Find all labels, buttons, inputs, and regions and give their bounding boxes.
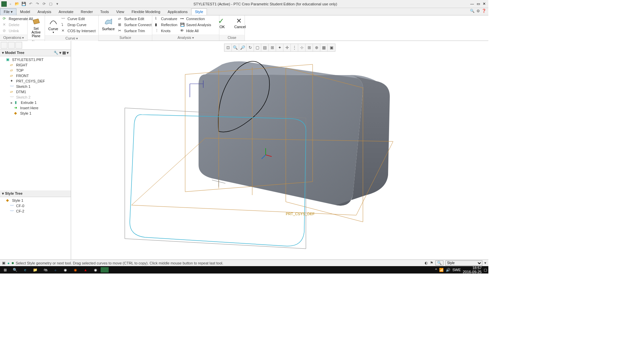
tab-view[interactable]: View	[113, 8, 128, 15]
model-tree-header[interactable]: ▾ Model Tree 🔧 ▾ ▤ ▾	[0, 50, 71, 56]
qat-save[interactable]: 💾	[21, 1, 27, 7]
start-button[interactable]: ⊞	[0, 266, 10, 274]
set-active-plane-button[interactable]: Set Active Plane	[30, 16, 43, 39]
firefox-icon[interactable]: ◉	[70, 266, 80, 274]
chrome-icon[interactable]: ◉	[60, 266, 70, 274]
qat-undo[interactable]: ↶	[28, 1, 34, 7]
tab-annotate[interactable]: Annotate	[55, 8, 77, 15]
tray-wifi-icon[interactable]: 📶	[439, 268, 444, 272]
qat-windows[interactable]: ▢	[48, 1, 54, 7]
surface-trim-button[interactable]: ✂Surface Trim	[117, 28, 152, 34]
qat-open[interactable]: 📂	[14, 1, 20, 7]
plane-icon	[32, 17, 41, 26]
steam-icon[interactable]: ◉	[91, 266, 101, 274]
surface-group-label: Surface	[99, 35, 152, 41]
tray-notifications-icon[interactable]: ▢	[484, 268, 487, 272]
status-find-icon[interactable]: 🔍	[435, 260, 443, 265]
tree-item-dtm1[interactable]: ▱DTM1	[0, 89, 71, 95]
maximize-button[interactable]: ▭	[477, 2, 480, 6]
tree-item-front[interactable]: ▱FRONT	[0, 73, 71, 78]
cancel-icon: ✕	[236, 17, 244, 25]
connection-button[interactable]: ⊶Connection	[179, 16, 212, 21]
qat-redo[interactable]: ↷	[34, 1, 40, 7]
status-flag-2[interactable]: ⚑	[430, 261, 433, 265]
tree-tools-icon[interactable]: 🔧 ▾ ▤ ▾	[54, 51, 69, 55]
style-tree-cf0[interactable]: 〰CF-0	[0, 203, 71, 208]
cancel-button[interactable]: ✕Cancel	[231, 16, 248, 29]
style-tree-cf2[interactable]: 〰CF-2	[0, 208, 71, 214]
tab-style[interactable]: Style	[191, 8, 207, 15]
tree-item-extrude1[interactable]: ▸▮Extrude 1	[0, 100, 71, 105]
cos-by-intersect-button[interactable]: ⨯COS by Intersect	[61, 28, 96, 34]
explorer-icon[interactable]: 📁	[30, 266, 40, 274]
3d-render	[71, 41, 488, 255]
curve-icon	[49, 17, 58, 26]
reflection-button[interactable]: ▮Reflection	[154, 22, 178, 27]
style-tree-header[interactable]: ▾ Style Tree	[0, 190, 71, 197]
tree-item-top[interactable]: ▱TOP	[0, 68, 71, 73]
status-icon-1[interactable]: ▣	[2, 261, 5, 265]
style-tree-root[interactable]: ◆Style 1	[0, 198, 71, 203]
ribbon: ⟳Regenerate All ✕Delete ⊘Unlink Operatio…	[0, 15, 488, 41]
minimize-button[interactable]: —	[470, 2, 474, 6]
surface-button[interactable]: Surface	[101, 16, 116, 32]
tab-analysis[interactable]: Analysis	[34, 8, 55, 15]
surface-connect-button[interactable]: ⊞Surface Connect	[117, 22, 152, 27]
tab-file[interactable]: File ▾	[0, 8, 16, 15]
operations-group-label: Operations ▾	[0, 35, 27, 41]
close-button[interactable]: ✕	[483, 2, 486, 6]
status-bar: ▣ ● Select Style geometry or next tool. …	[0, 259, 488, 266]
store-icon[interactable]: 🛍	[40, 266, 50, 274]
tab-flexible[interactable]: Flexible Modeling	[128, 8, 164, 15]
tray-volume-icon[interactable]: 🔊	[446, 268, 450, 272]
viewport[interactable]: ⊡ 🔍 🔎 ↻ ▢ ▤ ⊞ ✦ ✢ ⋮ ⊹ ⊞ ⊕ ▦ ▣	[71, 41, 488, 264]
qat-new[interactable]: ▫	[7, 1, 13, 7]
help-icon[interactable]: ❓	[482, 9, 486, 13]
app-icon	[1, 1, 7, 7]
status-icon-2[interactable]: ●	[7, 261, 10, 265]
tray-clock[interactable]: 18:572016-09-25	[463, 266, 482, 274]
tab-tools[interactable]: Tools	[97, 8, 113, 15]
surface-icon	[104, 17, 113, 26]
ok-button[interactable]: ✓OK	[215, 16, 229, 29]
panel-tab-1[interactable]	[1, 42, 7, 49]
curve-edit-button[interactable]: 〰Curve Edit	[61, 16, 96, 21]
tray-lang[interactable]: SWE	[452, 268, 461, 272]
edge-icon[interactable]: e	[20, 266, 30, 274]
adobe-icon[interactable]: ▲	[80, 266, 91, 274]
saved-analysis-button[interactable]: 💾Saved Analysis	[179, 22, 212, 27]
tab-model[interactable]: Model	[16, 8, 34, 15]
left-panel: ▾ Model Tree 🔧 ▾ ▤ ▾ ▣STYLETEST1.PRT ▱RI…	[0, 41, 71, 264]
status-bullet-icon	[12, 262, 14, 264]
status-dropdown-icon[interactable]: ▾	[484, 261, 486, 265]
hide-all-button[interactable]: 👁Hide All	[179, 28, 212, 34]
analysis-group-label: Analysis ▾	[152, 35, 219, 41]
tree-item-style1[interactable]: ◆Style 1	[0, 111, 71, 116]
tree-item-sketch2[interactable]: 〰Sketch 2	[0, 95, 71, 100]
tab-applications[interactable]: Applications	[164, 8, 191, 15]
dropbox-icon[interactable]: ⬦	[50, 266, 60, 274]
panel-tab-3[interactable]	[15, 42, 22, 49]
tree-item-insert-here[interactable]: ➜Insert Here	[0, 105, 71, 111]
surface-edit-button[interactable]: ▱Surface Edit	[117, 16, 152, 21]
tree-root[interactable]: ▣STYLETEST1.PRT	[0, 57, 71, 62]
qat-regen[interactable]: ⟳	[41, 1, 47, 7]
tree-item-csys[interactable]: ✦PRT_CSYS_DEF	[0, 78, 71, 84]
tray-chevron-icon[interactable]: ^	[435, 268, 437, 272]
knots-button[interactable]: ⋮Knots	[154, 28, 178, 34]
search-taskbar-button[interactable]: 🔍	[10, 266, 20, 274]
check-icon: ✓	[218, 17, 226, 25]
status-flag-1[interactable]: ◐	[425, 261, 428, 265]
tab-render[interactable]: Render	[77, 8, 97, 15]
tree-item-sketch1[interactable]: 〰Sketch 1	[0, 84, 71, 89]
tree-item-right[interactable]: ▱RIGHT	[0, 62, 71, 68]
drop-curve-button[interactable]: ⤵Drop Curve	[61, 22, 96, 27]
curve-button[interactable]: Curve▾	[47, 16, 59, 35]
creo-taskbar-icon[interactable]	[101, 267, 109, 273]
panel-tab-2[interactable]	[8, 42, 15, 49]
status-mode-select[interactable]: Style	[445, 260, 482, 266]
settings-icon[interactable]: ⊙	[477, 9, 480, 13]
qat-close[interactable]: ▾	[54, 1, 60, 7]
search-icon[interactable]: 🔍	[470, 9, 475, 13]
curvature-button[interactable]: ⌇Curvature	[154, 16, 178, 21]
